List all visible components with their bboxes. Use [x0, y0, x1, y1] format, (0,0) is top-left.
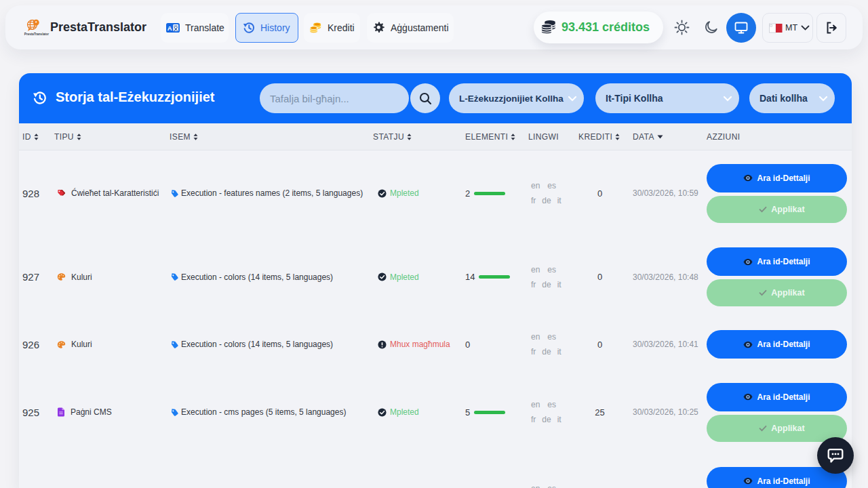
svg-text:A: A — [167, 24, 172, 32]
